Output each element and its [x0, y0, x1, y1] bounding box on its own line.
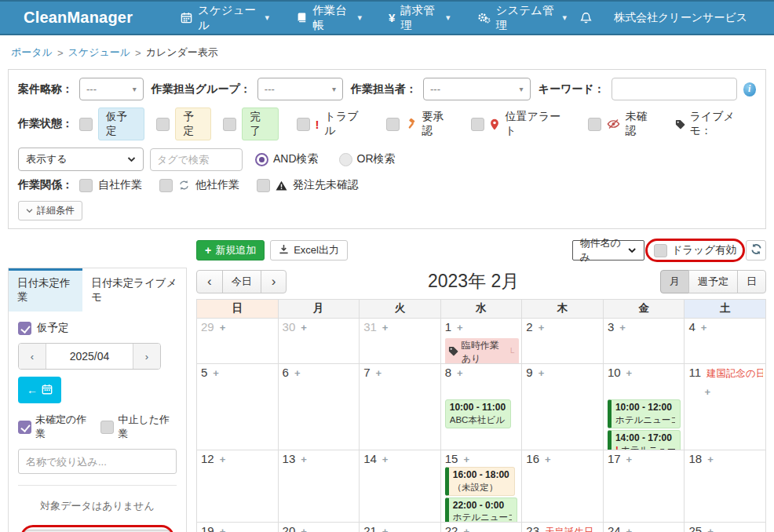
view-day-button[interactable]: 日	[737, 270, 766, 293]
add-event-icon[interactable]: +	[382, 454, 389, 465]
breadcrumb-item[interactable]: ポータル	[11, 46, 53, 60]
info-icon[interactable]: i	[743, 82, 756, 97]
calendar-cell[interactable]: 30+	[279, 319, 360, 364]
calendar-cell[interactable]: 8+10:00 - 11:00ABC本社ビル	[441, 364, 523, 450]
month-next-button[interactable]: ›	[133, 344, 160, 369]
add-event-icon[interactable]: +	[626, 526, 633, 532]
add-event-icon[interactable]: +	[545, 454, 551, 465]
calendar-cell[interactable]: 19+	[197, 523, 279, 532]
display-mode-select[interactable]: 物件名のみ	[572, 240, 644, 261]
status-checkbox[interactable]	[386, 118, 400, 131]
relation-checkbox[interactable]	[79, 179, 93, 192]
calendar-cell[interactable]: 21+	[360, 523, 441, 532]
nav-menu-schedule[interactable]: スケジュール▾	[167, 2, 283, 34]
drag-enable-checkbox[interactable]	[654, 244, 667, 257]
calendar-cell[interactable]: 13+	[279, 450, 360, 523]
view-month-button[interactable]: 月	[660, 270, 689, 293]
calendar-cell[interactable]: 17+	[604, 450, 685, 523]
calendar-cell[interactable]: 18+	[685, 450, 766, 523]
and-search-radio[interactable]	[255, 153, 268, 166]
month-prev-button[interactable]: ‹	[19, 344, 46, 369]
calendar-cell[interactable]: 24+	[604, 523, 685, 532]
livememo-display-select[interactable]: 表示する	[18, 148, 144, 171]
calendar-event[interactable]: 16:00 - 18:00（未設定）	[445, 467, 515, 496]
add-event-icon[interactable]: +	[707, 526, 714, 532]
add-event-icon[interactable]: +	[382, 322, 389, 333]
calendar-cell[interactable]: 20+	[279, 523, 360, 532]
name-filter-input[interactable]	[18, 449, 177, 474]
nav-menu-billing[interactable]: ¥請求管理▾	[375, 2, 464, 34]
calendar-next-button[interactable]: ›	[261, 270, 287, 293]
keyword-input[interactable]	[612, 78, 737, 100]
unfixed-checkbox[interactable]	[18, 421, 31, 434]
calendar-cell[interactable]: 29+	[197, 319, 279, 364]
view-week-button[interactable]: 週予定	[688, 270, 738, 293]
calendar-event[interactable]: 10:00 - 11:00ABC本社ビル	[445, 399, 511, 428]
add-event-icon[interactable]: +	[539, 322, 545, 333]
add-event-icon[interactable]: +	[539, 367, 545, 379]
calendar-cell[interactable]: 5+	[197, 364, 279, 450]
canceled-checkbox[interactable]	[100, 421, 114, 434]
status-checkbox[interactable]	[223, 118, 236, 131]
nav-menu-system[interactable]: システム管理▾	[464, 2, 580, 34]
calendar-cell[interactable]: 31+	[360, 319, 441, 364]
relation-checkbox[interactable]	[159, 179, 173, 192]
add-event-icon[interactable]: +	[457, 367, 463, 379]
add-event-icon[interactable]: +	[626, 454, 633, 465]
back-to-calendar-button[interactable]: ←	[18, 377, 61, 403]
calendar-cell[interactable]: 4+	[685, 319, 766, 364]
group-select[interactable]: ---▾	[257, 78, 343, 100]
add-event-icon[interactable]: +	[701, 322, 707, 333]
refresh-button[interactable]	[746, 240, 766, 261]
add-event-icon[interactable]: +	[463, 454, 469, 465]
calendar-cell[interactable]: 23天皇誕生日	[522, 523, 604, 532]
add-event-icon[interactable]: +	[301, 454, 307, 465]
add-event-icon[interactable]: +	[376, 367, 382, 379]
calendar-cell[interactable]: 10+10:00 - 12:00ホテルニューコタニ新14:00 - 17:00!…	[604, 364, 685, 450]
relation-checkbox[interactable]	[257, 179, 270, 192]
tab-undated-livememo[interactable]: 日付未定ライブメモ	[82, 268, 186, 312]
calendar-cell[interactable]: 9+	[522, 364, 604, 450]
add-event-icon[interactable]: +	[382, 526, 389, 532]
add-event-icon[interactable]: +	[626, 367, 633, 379]
add-event-icon[interactable]: +	[301, 526, 307, 532]
calendar-event[interactable]: 22:00 - 0:00ホテルニューコタニ新	[445, 497, 518, 523]
add-event-icon[interactable]: +	[463, 526, 469, 532]
tag-search-input[interactable]	[150, 148, 243, 171]
case-select[interactable]: ---▾	[79, 78, 144, 100]
add-event-icon[interactable]: +	[707, 454, 714, 465]
calendar-cell[interactable]: 15+16:00 - 18:00（未設定）22:00 - 0:00ホテルニューコ…	[441, 450, 523, 523]
calendar-prev-button[interactable]: ‹	[196, 270, 223, 293]
add-event-icon[interactable]: +	[457, 322, 463, 333]
status-checkbox[interactable]	[79, 118, 93, 131]
calendar-cell[interactable]: 1+臨時作業あり└	[441, 319, 523, 364]
calendar-event[interactable]: 14:00 - 17:00! ホテルニューコタニ	[608, 430, 681, 450]
livememo-badge[interactable]: 臨時作業あり└	[445, 338, 520, 364]
bell-icon[interactable]	[580, 12, 592, 24]
app-brand[interactable]: CleanManager	[24, 9, 133, 27]
add-event-icon[interactable]: +	[220, 526, 226, 532]
status-checkbox[interactable]	[156, 118, 170, 131]
calendar-event[interactable]: 10:00 - 12:00ホテルニューコタニ新	[608, 399, 681, 428]
calendar-cell[interactable]: 11建国記念の日+	[685, 364, 766, 450]
calendar-cell[interactable]: 16+	[522, 450, 604, 523]
add-event-icon[interactable]: +	[301, 322, 307, 333]
add-event-icon[interactable]: +	[294, 367, 301, 379]
add-new-button[interactable]: + 新規追加	[196, 240, 265, 261]
add-event-icon[interactable]: +	[619, 322, 626, 333]
calendar-cell[interactable]: 6+	[279, 364, 360, 450]
calendar-cell[interactable]: 3+	[604, 319, 685, 364]
detail-conditions-button[interactable]: 詳細条件	[18, 201, 82, 220]
calendar-today-button[interactable]: 今日	[222, 270, 261, 293]
breadcrumb-item[interactable]: スケジュール	[68, 46, 131, 60]
assignee-select[interactable]: ---▾	[423, 78, 531, 100]
tentative-checkbox[interactable]	[18, 322, 31, 335]
calendar-cell[interactable]: 25+	[685, 523, 766, 532]
add-event-icon[interactable]: +	[704, 386, 763, 398]
calendar-cell[interactable]: 14+	[360, 450, 441, 523]
nav-menu-ledger[interactable]: 作業台帳▾	[283, 2, 375, 34]
calendar-cell[interactable]: 7+	[360, 364, 441, 450]
calendar-cell[interactable]: 2+	[522, 319, 604, 364]
calendar-cell[interactable]: 22+	[441, 523, 523, 532]
status-checkbox[interactable]	[471, 118, 484, 131]
